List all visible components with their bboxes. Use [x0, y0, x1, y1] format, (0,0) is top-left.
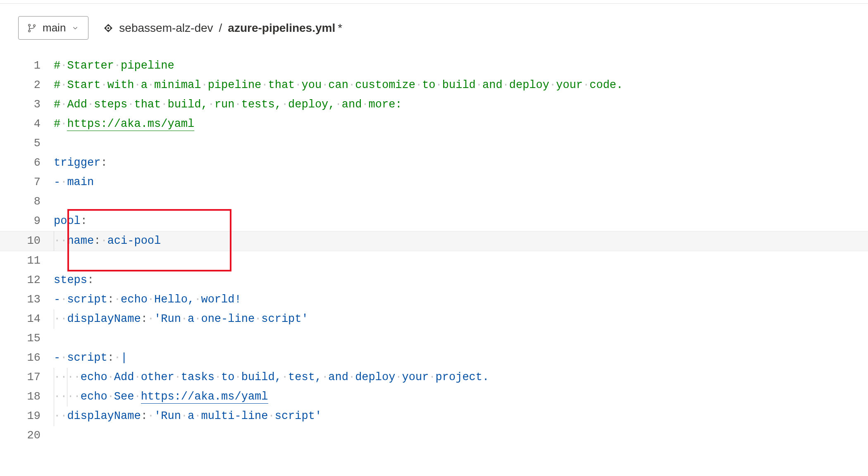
code-line[interactable]: 2#·Start·with·a·minimal·pipeline·that·yo… — [0, 76, 868, 95]
code-content[interactable]: #·Starter·pipeline — [54, 56, 868, 76]
whitespace-dot: · — [181, 313, 188, 325]
code-content[interactable] — [54, 192, 868, 212]
code-editor[interactable]: 1#·Starter·pipeline2#·Start·with·a·minim… — [0, 56, 868, 445]
whitespace-dot: · — [100, 235, 107, 247]
code-line[interactable]: 4#·https://aka.ms/yaml — [0, 114, 868, 134]
breadcrumb-repo[interactable]: sebassem-alz-dev — [119, 21, 213, 35]
code-content[interactable]: #·Add·steps·that·build,·run·tests,·deplo… — [54, 95, 868, 114]
code-token: that — [134, 98, 161, 111]
code-content[interactable]: trigger: — [54, 153, 868, 173]
branch-selector[interactable]: main — [18, 16, 88, 40]
header: main sebassem-alz-dev / azure-pipelines.… — [0, 16, 868, 40]
code-content[interactable]: ··displayName:·'Run·a·one-line·script' — [54, 309, 868, 329]
code-token: 'Run — [154, 410, 181, 422]
code-line[interactable]: 19··displayName:·'Run·a·multi-line·scrip… — [0, 407, 868, 426]
code-content[interactable]: pool: — [54, 212, 868, 231]
indent-guide — [54, 387, 54, 407]
code-line[interactable]: 11 — [0, 251, 868, 271]
whitespace-dot: · — [134, 390, 141, 403]
line-number: 17 — [0, 368, 54, 387]
whitespace-dot: · — [549, 79, 556, 91]
code-content[interactable] — [54, 134, 868, 153]
code-token: - — [54, 293, 60, 306]
code-content[interactable]: -·main — [54, 173, 868, 192]
code-line[interactable]: 6trigger: — [0, 153, 868, 173]
code-token: Add — [67, 98, 87, 111]
code-line[interactable]: 5 — [0, 134, 868, 153]
code-line[interactable]: 7-·main — [0, 173, 868, 192]
code-token: run — [215, 98, 235, 111]
code-token: that — [268, 79, 295, 91]
code-token: script' — [261, 313, 308, 325]
code-link[interactable]: https://aka.ms/yaml — [67, 118, 194, 131]
code-line[interactable]: 3#·Add·steps·that·build,·run·tests,·depl… — [0, 95, 868, 114]
code-content[interactable]: #·https://aka.ms/yaml — [54, 114, 868, 134]
code-token: build, — [241, 371, 281, 383]
code-line[interactable]: 17····echo·Add·other·tasks·to·build,·tes… — [0, 368, 868, 387]
code-link[interactable]: https://aka.ms/yaml — [141, 390, 268, 404]
line-number: 10 — [0, 231, 54, 251]
code-line[interactable]: 13-·script:·echo·Hello,·world! — [0, 290, 868, 309]
code-content[interactable]: ··displayName:·'Run·a·multi-line·script' — [54, 407, 868, 426]
code-line[interactable]: 20 — [0, 426, 868, 445]
code-token: echo — [81, 390, 107, 403]
code-line[interactable]: 10··name:·aci-pool — [0, 231, 868, 251]
code-line[interactable]: 12steps: — [0, 271, 868, 290]
code-content[interactable]: ····echo·See·https://aka.ms/yaml — [54, 387, 868, 407]
code-content[interactable] — [54, 426, 868, 445]
code-line[interactable]: 16-·script:·| — [0, 348, 868, 368]
whitespace-dot: · — [194, 410, 201, 422]
whitespace-dot: · — [107, 390, 114, 403]
code-token: script' — [275, 410, 322, 422]
code-token: | — [121, 352, 127, 364]
whitespace-dot: · — [348, 79, 355, 91]
whitespace-dot: · — [60, 60, 67, 72]
code-content[interactable]: ··name:·aci-pool — [54, 231, 868, 251]
whitespace-dot: · — [476, 79, 482, 91]
whitespace-dot: · — [87, 98, 94, 111]
line-number: 13 — [0, 290, 54, 309]
code-content[interactable] — [54, 329, 868, 348]
svg-point-0 — [29, 24, 30, 26]
code-content[interactable]: steps: — [54, 271, 868, 290]
line-number: 4 — [0, 114, 54, 134]
whitespace-dot: · — [60, 293, 67, 306]
code-line[interactable]: 8 — [0, 192, 868, 212]
breadcrumb-file[interactable]: azure-pipelines.yml — [228, 21, 335, 35]
breadcrumb: sebassem-alz-dev / azure-pipelines.yml * — [103, 21, 342, 35]
code-line[interactable]: 18····echo·See·https://aka.ms/yaml — [0, 387, 868, 407]
indent-guide — [54, 368, 54, 387]
whitespace-dot: · — [429, 371, 435, 383]
code-content[interactable]: #·Start·with·a·minimal·pipeline·that·you… — [54, 76, 868, 95]
line-number: 9 — [0, 212, 54, 231]
code-line[interactable]: 9pool: — [0, 212, 868, 231]
dirty-indicator: * — [338, 21, 342, 35]
code-content[interactable]: ····echo·Add·other·tasks·to·build,·test,… — [54, 368, 868, 387]
line-number: 7 — [0, 173, 54, 192]
whitespace-dot: · — [234, 98, 241, 111]
code-token: Add — [114, 371, 134, 383]
whitespace-dot: · — [54, 313, 60, 325]
code-token: build — [442, 79, 476, 91]
code-token: # — [54, 98, 60, 111]
code-token: script — [67, 293, 107, 306]
code-token: deploy — [509, 79, 549, 91]
indent-guide — [67, 368, 67, 387]
code-line[interactable]: 15 — [0, 329, 868, 348]
code-token: : — [81, 215, 87, 227]
code-content[interactable] — [54, 251, 868, 271]
code-token: pipeline — [208, 79, 262, 91]
whitespace-dot: · — [322, 371, 328, 383]
code-line[interactable]: 14··displayName:·'Run·a·one-line·script' — [0, 309, 868, 329]
whitespace-dot: · — [174, 371, 181, 383]
top-divider — [0, 3, 868, 4]
code-content[interactable]: -·script:·echo·Hello,·world! — [54, 290, 868, 309]
whitespace-dot: · — [208, 98, 215, 111]
code-token: - — [54, 352, 60, 364]
code-line[interactable]: 1#·Starter·pipeline — [0, 56, 868, 76]
code-token: : — [141, 313, 148, 325]
code-content[interactable]: -·script:·| — [54, 348, 868, 368]
code-token: and — [342, 98, 362, 111]
code-token: can — [328, 79, 348, 91]
code-token: project. — [436, 371, 489, 383]
